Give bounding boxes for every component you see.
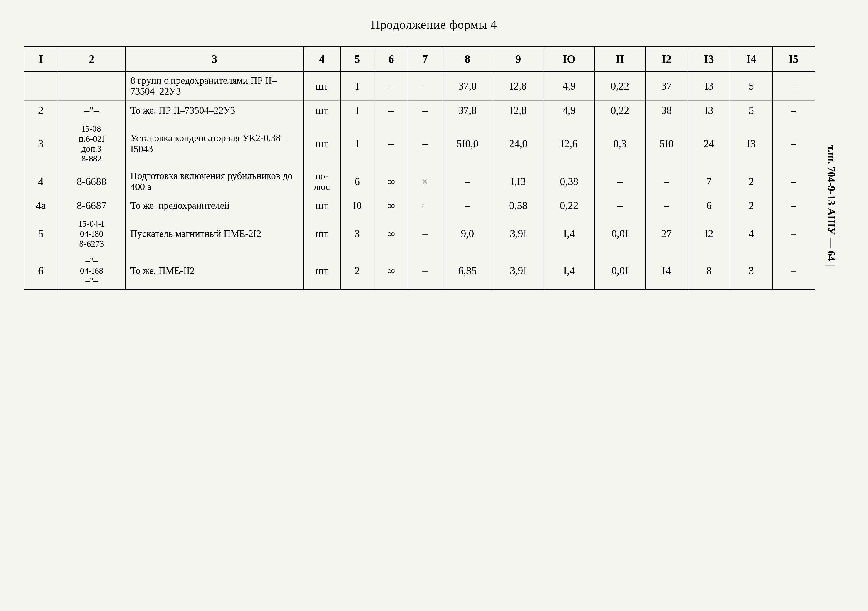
- r6-c14: 3: [730, 252, 772, 289]
- r4a-c13: 6: [688, 196, 730, 215]
- r5-c1: 5: [24, 215, 57, 252]
- r5-c7: –: [408, 215, 442, 252]
- r2-c5: I: [340, 101, 374, 121]
- r5-c10: I,4: [544, 215, 594, 252]
- r4-c7: ×: [408, 167, 442, 196]
- r1-c14: 5: [730, 71, 772, 101]
- r6-c10: I,4: [544, 252, 594, 289]
- col-header-10: IO: [544, 47, 594, 71]
- r3-c11: 0,3: [594, 120, 645, 167]
- r2-c4: шт: [304, 101, 341, 121]
- r4a-c4: шт: [304, 196, 341, 215]
- r4-c3: Подготовка включения рубильников до 400 …: [126, 167, 304, 196]
- r1-c4: шт: [304, 71, 341, 101]
- r6-c2: –"– 04-I68 –"–: [57, 252, 126, 289]
- page: Продолжение формы 4 I 2 3 4 5 6 7 8 9 IO…: [0, 0, 868, 611]
- r3-c9: 24,0: [493, 120, 544, 167]
- r3-c12: 5I0: [645, 120, 688, 167]
- r5-c15: –: [772, 215, 815, 252]
- r6-c5: 2: [340, 252, 374, 289]
- col-header-4: 4: [304, 47, 341, 71]
- r4-c8: –: [442, 167, 493, 196]
- r4a-c8: –: [442, 196, 493, 215]
- r1-c10: 4,9: [544, 71, 594, 101]
- col-header-11: II: [594, 47, 645, 71]
- r3-c5: I: [340, 120, 374, 167]
- col-header-12: I2: [645, 47, 688, 71]
- r4a-c12: –: [645, 196, 688, 215]
- r3-c1: 3: [24, 120, 57, 167]
- r1-c3: 8 групп с предохранителями ПР II–73504–2…: [126, 71, 304, 101]
- r4a-c11: –: [594, 196, 645, 215]
- r6-c6: ∞: [374, 252, 408, 289]
- r4-c6: ∞: [374, 167, 408, 196]
- r4-c5: 6: [340, 167, 374, 196]
- r6-c12: I4: [645, 252, 688, 289]
- r1-c12: 37: [645, 71, 688, 101]
- r4a-c7: ←: [408, 196, 442, 215]
- r3-c3: Установка конденсаторная УК2-0,38–I5043: [126, 120, 304, 167]
- r6-c7: –: [408, 252, 442, 289]
- col-header-5: 5: [340, 47, 374, 71]
- r5-c14: 4: [730, 215, 772, 252]
- r4a-c14: 2: [730, 196, 772, 215]
- r4-c15: –: [772, 167, 815, 196]
- r4a-c10: 0,22: [544, 196, 594, 215]
- r3-c7: –: [408, 120, 442, 167]
- r5-c4: шт: [304, 215, 341, 252]
- r6-c4: шт: [304, 252, 341, 289]
- r1-c5: I: [340, 71, 374, 101]
- r4-c12: –: [645, 167, 688, 196]
- side-label: т.ш. 704-9-13 АШУ — 64 |: [818, 46, 845, 290]
- r4a-c1: 4а: [24, 196, 57, 215]
- r3-c4: шт: [304, 120, 341, 167]
- r5-c6: ∞: [374, 215, 408, 252]
- col-header-14: I4: [730, 47, 772, 71]
- r1-c8: 37,0: [442, 71, 493, 101]
- table-row: 4 8-6688 Подготовка включения рубильнико…: [24, 167, 815, 196]
- col-header-3: 3: [126, 47, 304, 71]
- r6-c8: 6,85: [442, 252, 493, 289]
- col-header-8: 8: [442, 47, 493, 71]
- r6-c9: 3,9I: [493, 252, 544, 289]
- r2-c14: 5: [730, 101, 772, 121]
- r4-c2: 8-6688: [57, 167, 126, 196]
- col-header-1: I: [24, 47, 57, 71]
- r4a-c3: То же, предохранителей: [126, 196, 304, 215]
- r5-c12: 27: [645, 215, 688, 252]
- r6-c3: То же, ПМЕ-II2: [126, 252, 304, 289]
- col-header-2: 2: [57, 47, 126, 71]
- r6-c1: 6: [24, 252, 57, 289]
- r4-c14: 2: [730, 167, 772, 196]
- table-row: 5 I5-04-I 04-I80 8-6273 Пускатель магнит…: [24, 215, 815, 252]
- col-header-6: 6: [374, 47, 408, 71]
- r5-c3: Пускатель магнитный ПМЕ-2I2: [126, 215, 304, 252]
- r1-c9: I2,8: [493, 71, 544, 101]
- r3-c13: 24: [688, 120, 730, 167]
- r1-c15: –: [772, 71, 815, 101]
- r3-c8: 5I0,0: [442, 120, 493, 167]
- r3-c14: I3: [730, 120, 772, 167]
- main-table: I 2 3 4 5 6 7 8 9 IO II I2 I3 I4 I5: [23, 46, 815, 290]
- table-row: 2 –"– То же, ПР II–73504–22У3 шт I – – 3…: [24, 101, 815, 121]
- r2-c8: 37,8: [442, 101, 493, 121]
- r2-c9: I2,8: [493, 101, 544, 121]
- r2-c3: То же, ПР II–73504–22У3: [126, 101, 304, 121]
- col-header-15: I5: [772, 47, 815, 71]
- r5-c13: I2: [688, 215, 730, 252]
- r1-c6: –: [374, 71, 408, 101]
- r2-c13: I3: [688, 101, 730, 121]
- r3-c2: I5-08 п.6-02I доп.3 8-882: [57, 120, 126, 167]
- r4a-c2: 8-6687: [57, 196, 126, 215]
- r4-c13: 7: [688, 167, 730, 196]
- r4-c1: 4: [24, 167, 57, 196]
- page-title: Продолжение формы 4: [23, 18, 845, 32]
- col-header-7: 7: [408, 47, 442, 71]
- r2-c12: 38: [645, 101, 688, 121]
- col-header-9: 9: [493, 47, 544, 71]
- r5-c11: 0,0I: [594, 215, 645, 252]
- r2-c2: –"–: [57, 101, 126, 121]
- r5-c9: 3,9I: [493, 215, 544, 252]
- r5-c2: I5-04-I 04-I80 8-6273: [57, 215, 126, 252]
- table-row: 3 I5-08 п.6-02I доп.3 8-882 Установка ко…: [24, 120, 815, 167]
